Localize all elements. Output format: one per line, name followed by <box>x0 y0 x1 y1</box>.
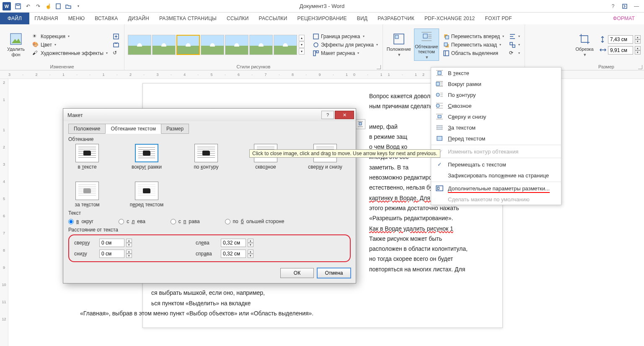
style-thumb-5[interactable] <box>225 35 248 55</box>
style-thumb-6[interactable] <box>249 35 273 55</box>
dd-wrap-through[interactable]: Сквозное <box>431 100 561 111</box>
spin-down[interactable]: ▾ <box>248 243 253 247</box>
style-thumb-2[interactable] <box>152 35 176 55</box>
help-button[interactable]: ? <box>609 2 617 10</box>
picture-border-menu[interactable]: Граница рисунка▾ <box>311 33 379 40</box>
size-dialog-launcher[interactable] <box>638 65 642 69</box>
tab-pdfxchange[interactable]: PDF-XChange 2012 <box>419 13 480 24</box>
dd-fix-position[interactable]: Зафиксировать положение на странице <box>431 170 561 181</box>
dd-more-layout-options[interactable]: Дополнительные параметры разметки... <box>431 183 561 194</box>
compress-pictures-button[interactable] <box>111 33 121 40</box>
spin-down[interactable]: ▾ <box>126 254 132 258</box>
vertical-ruler[interactable]: 21 123 456 789 101112 <box>0 79 8 346</box>
tab-file[interactable]: ФАЙЛ <box>0 13 29 24</box>
height-down[interactable]: ▾ <box>635 39 641 44</box>
spin-up[interactable]: ▴ <box>248 250 253 254</box>
spin-up[interactable]: ▴ <box>248 239 253 243</box>
bring-forward-button[interactable]: Переместить вперед▾ <box>442 33 505 40</box>
send-backward-button[interactable]: Переместить назад▾ <box>442 41 505 49</box>
picture-effects-menu[interactable]: Эффекты для рисунка▾ <box>311 41 379 49</box>
width-input[interactable] <box>608 46 633 55</box>
wrap-text-button[interactable]: Обтекание текстом▾ <box>414 29 439 60</box>
dialog-tab-size[interactable]: Размер <box>161 124 189 134</box>
dialog-ok-button[interactable]: ОК <box>280 268 314 278</box>
crop-button[interactable]: Обрезка▾ <box>572 31 597 57</box>
wrap-opt-square[interactable]: вокруг рамки <box>128 144 166 170</box>
qat-undo[interactable]: ↶ <box>23 2 33 11</box>
dist-left-input[interactable] <box>221 239 246 247</box>
position-button[interactable]: Положение▾ <box>386 31 411 57</box>
wrap-opt-inline[interactable]: в тексте <box>68 144 106 170</box>
spin-down[interactable]: ▾ <box>126 243 132 247</box>
qat-new[interactable] <box>54 2 63 11</box>
artistic-effects-menu[interactable]: 🖌Художественные эффекты▾ <box>31 49 109 57</box>
wrap-opt-tight[interactable]: по контуру <box>187 144 225 170</box>
spin-down[interactable]: ▾ <box>248 254 253 258</box>
dd-wrap-front[interactable]: Перед текстом <box>431 133 561 144</box>
dd-wrap-inline[interactable]: В тексте <box>431 68 561 78</box>
spin-up[interactable]: ▴ <box>126 239 132 243</box>
minimize-button[interactable]: — <box>632 2 641 10</box>
tab-design[interactable]: ДИЗАЙН <box>123 13 154 24</box>
height-up[interactable]: ▴ <box>635 35 641 39</box>
gallery-down[interactable]: ▾ <box>299 42 305 48</box>
dist-bottom-input[interactable] <box>99 250 124 258</box>
qat-save[interactable] <box>13 2 23 11</box>
wrap-opt-behind[interactable]: за текстом <box>68 182 106 208</box>
remove-background-button[interactable]: Удалить фон <box>3 31 28 57</box>
dd-wrap-topbottom[interactable]: Сверху и снизу <box>431 111 561 122</box>
radio-around[interactable]: вокруг <box>68 219 93 224</box>
dd-wrap-tight[interactable]: По контуру <box>431 89 561 100</box>
tab-menu[interactable]: Меню <box>63 13 90 24</box>
style-thumb-4[interactable] <box>201 35 224 55</box>
radio-right[interactable]: справа <box>171 219 200 224</box>
height-input[interactable] <box>608 35 633 44</box>
tab-references[interactable]: ССЫЛКИ <box>222 13 254 24</box>
tab-format[interactable]: ФОРМАТ <box>608 13 640 24</box>
tab-foxit[interactable]: Foxit PDF <box>480 13 517 24</box>
tab-review[interactable]: РЕЦЕНЗИРОВАНИЕ <box>292 13 352 24</box>
dialog-close-button[interactable]: ✕ <box>335 111 354 119</box>
style-thumb-1[interactable] <box>128 35 151 55</box>
tab-mailings[interactable]: РАССЫЛКИ <box>254 13 292 24</box>
picture-layout-menu[interactable]: Макет рисунка▾ <box>311 49 379 57</box>
dd-wrap-square[interactable]: Вокруг рамки <box>431 78 561 89</box>
align-menu[interactable]: ▾ <box>508 33 521 40</box>
tab-developer[interactable]: РАЗРАБОТЧИК <box>372 13 419 24</box>
change-picture-button[interactable] <box>111 41 121 49</box>
group-menu[interactable]: ▾ <box>508 41 521 49</box>
tab-view[interactable]: ВИД <box>352 13 372 24</box>
qat-redo[interactable]: ↷ <box>34 2 43 11</box>
spin-up[interactable]: ▴ <box>126 250 132 254</box>
rotate-menu[interactable]: ⟳▾ <box>508 49 521 57</box>
qat-customize[interactable]: ▾ <box>74 2 83 11</box>
gallery-more[interactable]: ▾ <box>299 48 305 55</box>
dist-top-input[interactable] <box>99 239 124 247</box>
corrections-menu[interactable]: ☀Коррекция▾ <box>31 33 109 40</box>
dialog-help-button[interactable]: ? <box>321 111 334 119</box>
ribbon-display-options[interactable] <box>621 2 629 10</box>
qat-touch[interactable]: ☝ <box>44 2 53 11</box>
radio-left[interactable]: слева <box>119 219 145 224</box>
style-thumb-3[interactable] <box>176 35 200 55</box>
dialog-cancel-button[interactable]: Отмена <box>317 268 351 278</box>
dd-move-with-text[interactable]: ✓Перемещать с текстом <box>431 159 561 170</box>
dialog-tab-position[interactable]: Положение <box>68 124 106 134</box>
style-thumb-7[interactable] <box>274 35 297 55</box>
layout-options-badge[interactable] <box>355 119 365 129</box>
width-up[interactable]: ▴ <box>635 46 641 50</box>
dialog-titlebar[interactable]: Макет ? ✕ <box>63 109 356 121</box>
styles-dialog-launcher[interactable] <box>377 65 381 69</box>
radio-largest[interactable]: по большей стороне <box>225 219 284 224</box>
dist-right-input[interactable] <box>221 250 246 258</box>
dialog-tab-wrapping[interactable]: Обтекание текстом <box>105 124 161 134</box>
gallery-up[interactable]: ▴ <box>299 35 305 41</box>
selection-pane-button[interactable]: Область выделения <box>442 49 505 57</box>
picture-styles-gallery[interactable]: ▴ ▾ ▾ <box>128 35 305 55</box>
color-menu[interactable]: 🎨Цвет▾ <box>31 41 109 49</box>
tab-layout[interactable]: РАЗМЕТКА СТРАНИЦЫ <box>154 13 222 24</box>
reset-picture-button[interactable]: ↺ <box>111 49 121 57</box>
wrap-opt-front[interactable]: перед текстом <box>128 182 166 208</box>
qat-open[interactable] <box>64 2 73 11</box>
width-down[interactable]: ▾ <box>635 50 641 55</box>
